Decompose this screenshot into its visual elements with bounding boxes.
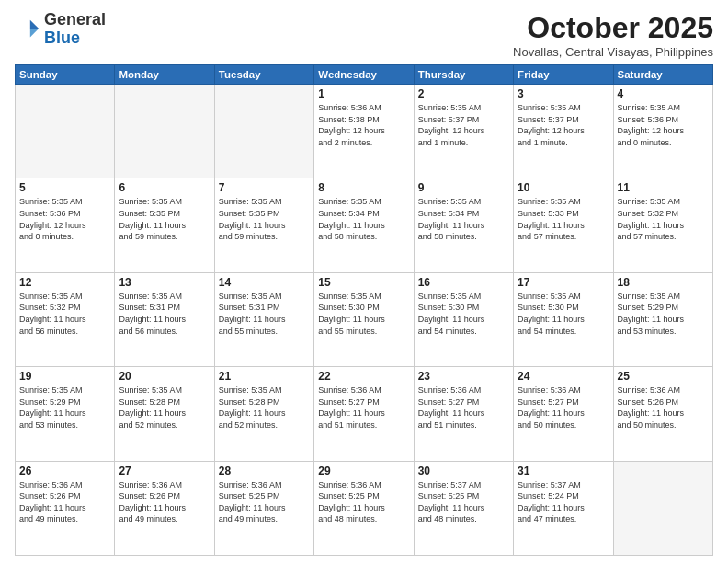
calendar-cell: 22Sunrise: 5:36 AM Sunset: 5:27 PM Dayli… xyxy=(314,367,414,461)
calendar-cell xyxy=(16,85,115,178)
day-number: 24 xyxy=(518,370,609,383)
header: General Blue October 2025 Novallas, Cent… xyxy=(15,11,713,59)
day-info: Sunrise: 5:35 AM Sunset: 5:34 PM Dayligh… xyxy=(418,196,509,242)
calendar-cell: 29Sunrise: 5:36 AM Sunset: 5:25 PM Dayli… xyxy=(314,461,414,555)
day-info: Sunrise: 5:35 AM Sunset: 5:28 PM Dayligh… xyxy=(219,385,310,431)
day-number: 29 xyxy=(318,465,409,477)
calendar-cell: 26Sunrise: 5:36 AM Sunset: 5:26 PM Dayli… xyxy=(16,461,115,555)
logo: General Blue xyxy=(15,11,106,48)
day-info: Sunrise: 5:35 AM Sunset: 5:30 PM Dayligh… xyxy=(518,291,609,337)
calendar-cell: 18Sunrise: 5:35 AM Sunset: 5:29 PM Dayli… xyxy=(613,272,712,366)
calendar-cell: 21Sunrise: 5:35 AM Sunset: 5:28 PM Dayli… xyxy=(214,367,313,461)
col-tuesday: Tuesday xyxy=(214,65,313,85)
col-saturday: Saturday xyxy=(613,65,712,85)
day-number: 10 xyxy=(518,181,609,194)
day-info: Sunrise: 5:35 AM Sunset: 5:37 PM Dayligh… xyxy=(518,102,609,148)
day-number: 28 xyxy=(219,465,310,477)
calendar-cell: 27Sunrise: 5:36 AM Sunset: 5:26 PM Dayli… xyxy=(115,461,214,555)
day-info: Sunrise: 5:36 AM Sunset: 5:27 PM Dayligh… xyxy=(518,385,609,431)
day-number: 1 xyxy=(318,87,409,100)
week-row-1: 5Sunrise: 5:35 AM Sunset: 5:36 PM Daylig… xyxy=(16,178,713,272)
day-number: 12 xyxy=(19,276,110,289)
day-number: 26 xyxy=(19,465,110,477)
day-info: Sunrise: 5:35 AM Sunset: 5:34 PM Dayligh… xyxy=(318,196,409,242)
day-info: Sunrise: 5:37 AM Sunset: 5:24 PM Dayligh… xyxy=(518,479,609,525)
day-info: Sunrise: 5:36 AM Sunset: 5:26 PM Dayligh… xyxy=(119,479,210,525)
day-number: 14 xyxy=(219,276,310,289)
logo-general: General xyxy=(44,11,106,29)
day-info: Sunrise: 5:35 AM Sunset: 5:35 PM Dayligh… xyxy=(119,196,210,242)
day-number: 16 xyxy=(418,276,509,289)
day-number: 17 xyxy=(518,276,609,289)
day-info: Sunrise: 5:36 AM Sunset: 5:27 PM Dayligh… xyxy=(418,385,509,431)
location: Novallas, Central Visayas, Philippines xyxy=(513,45,713,59)
day-info: Sunrise: 5:35 AM Sunset: 5:32 PM Dayligh… xyxy=(618,196,709,242)
calendar-cell: 28Sunrise: 5:36 AM Sunset: 5:25 PM Dayli… xyxy=(214,461,313,555)
day-number: 19 xyxy=(19,370,110,383)
col-thursday: Thursday xyxy=(414,65,513,85)
calendar-cell: 1Sunrise: 5:36 AM Sunset: 5:38 PM Daylig… xyxy=(314,85,414,178)
calendar-cell: 8Sunrise: 5:35 AM Sunset: 5:34 PM Daylig… xyxy=(314,178,414,272)
day-number: 21 xyxy=(219,370,310,383)
calendar-header-row: Sunday Monday Tuesday Wednesday Thursday… xyxy=(16,65,713,85)
svg-marker-0 xyxy=(30,20,39,29)
day-info: Sunrise: 5:36 AM Sunset: 5:25 PM Dayligh… xyxy=(318,479,409,525)
day-info: Sunrise: 5:35 AM Sunset: 5:30 PM Dayligh… xyxy=(318,291,409,337)
calendar-cell: 10Sunrise: 5:35 AM Sunset: 5:33 PM Dayli… xyxy=(514,178,613,272)
calendar-cell: 4Sunrise: 5:35 AM Sunset: 5:36 PM Daylig… xyxy=(613,85,712,178)
day-info: Sunrise: 5:35 AM Sunset: 5:35 PM Dayligh… xyxy=(219,196,310,242)
calendar-cell xyxy=(613,461,712,555)
day-number: 3 xyxy=(518,87,609,100)
day-number: 7 xyxy=(219,181,310,194)
calendar-cell: 31Sunrise: 5:37 AM Sunset: 5:24 PM Dayli… xyxy=(514,461,613,555)
day-info: Sunrise: 5:35 AM Sunset: 5:32 PM Dayligh… xyxy=(19,291,110,337)
day-info: Sunrise: 5:35 AM Sunset: 5:36 PM Dayligh… xyxy=(19,196,110,242)
logo-text: General Blue xyxy=(44,11,106,48)
calendar-cell: 13Sunrise: 5:35 AM Sunset: 5:31 PM Dayli… xyxy=(115,272,214,366)
week-row-4: 26Sunrise: 5:36 AM Sunset: 5:26 PM Dayli… xyxy=(16,461,713,555)
day-number: 31 xyxy=(518,465,609,477)
calendar-table: Sunday Monday Tuesday Wednesday Thursday… xyxy=(15,64,713,556)
day-info: Sunrise: 5:35 AM Sunset: 5:33 PM Dayligh… xyxy=(518,196,609,242)
day-number: 15 xyxy=(318,276,409,289)
day-number: 8 xyxy=(318,181,409,194)
day-number: 9 xyxy=(418,181,509,194)
day-number: 27 xyxy=(119,465,210,477)
col-sunday: Sunday xyxy=(16,65,115,85)
day-number: 11 xyxy=(618,181,709,194)
day-number: 25 xyxy=(618,370,709,383)
svg-marker-1 xyxy=(30,29,39,37)
week-row-0: 1Sunrise: 5:36 AM Sunset: 5:38 PM Daylig… xyxy=(16,85,713,178)
calendar-cell: 5Sunrise: 5:35 AM Sunset: 5:36 PM Daylig… xyxy=(16,178,115,272)
week-row-2: 12Sunrise: 5:35 AM Sunset: 5:32 PM Dayli… xyxy=(16,272,713,366)
day-number: 5 xyxy=(19,181,110,194)
calendar-cell: 23Sunrise: 5:36 AM Sunset: 5:27 PM Dayli… xyxy=(414,367,513,461)
calendar-cell: 16Sunrise: 5:35 AM Sunset: 5:30 PM Dayli… xyxy=(414,272,513,366)
calendar-cell: 14Sunrise: 5:35 AM Sunset: 5:31 PM Dayli… xyxy=(214,272,313,366)
day-number: 6 xyxy=(119,181,210,194)
day-number: 4 xyxy=(618,87,709,100)
calendar-cell: 25Sunrise: 5:36 AM Sunset: 5:26 PM Dayli… xyxy=(613,367,712,461)
calendar-cell: 30Sunrise: 5:37 AM Sunset: 5:25 PM Dayli… xyxy=(414,461,513,555)
day-number: 20 xyxy=(119,370,210,383)
calendar-cell: 3Sunrise: 5:35 AM Sunset: 5:37 PM Daylig… xyxy=(514,85,613,178)
day-number: 2 xyxy=(418,87,509,100)
day-info: Sunrise: 5:36 AM Sunset: 5:27 PM Dayligh… xyxy=(318,385,409,431)
calendar-cell: 9Sunrise: 5:35 AM Sunset: 5:34 PM Daylig… xyxy=(414,178,513,272)
col-monday: Monday xyxy=(115,65,214,85)
calendar-cell: 2Sunrise: 5:35 AM Sunset: 5:37 PM Daylig… xyxy=(414,85,513,178)
day-info: Sunrise: 5:36 AM Sunset: 5:26 PM Dayligh… xyxy=(618,385,709,431)
day-info: Sunrise: 5:35 AM Sunset: 5:31 PM Dayligh… xyxy=(219,291,310,337)
calendar-cell: 17Sunrise: 5:35 AM Sunset: 5:30 PM Dayli… xyxy=(514,272,613,366)
calendar-cell: 7Sunrise: 5:35 AM Sunset: 5:35 PM Daylig… xyxy=(214,178,313,272)
col-wednesday: Wednesday xyxy=(314,65,414,85)
day-info: Sunrise: 5:35 AM Sunset: 5:29 PM Dayligh… xyxy=(19,385,110,431)
day-info: Sunrise: 5:36 AM Sunset: 5:25 PM Dayligh… xyxy=(219,479,310,525)
day-info: Sunrise: 5:36 AM Sunset: 5:26 PM Dayligh… xyxy=(19,479,110,525)
day-info: Sunrise: 5:37 AM Sunset: 5:25 PM Dayligh… xyxy=(418,479,509,525)
day-info: Sunrise: 5:35 AM Sunset: 5:36 PM Dayligh… xyxy=(618,102,709,148)
day-info: Sunrise: 5:35 AM Sunset: 5:37 PM Dayligh… xyxy=(418,102,509,148)
col-friday: Friday xyxy=(514,65,613,85)
calendar-cell xyxy=(115,85,214,178)
day-number: 30 xyxy=(418,465,509,477)
